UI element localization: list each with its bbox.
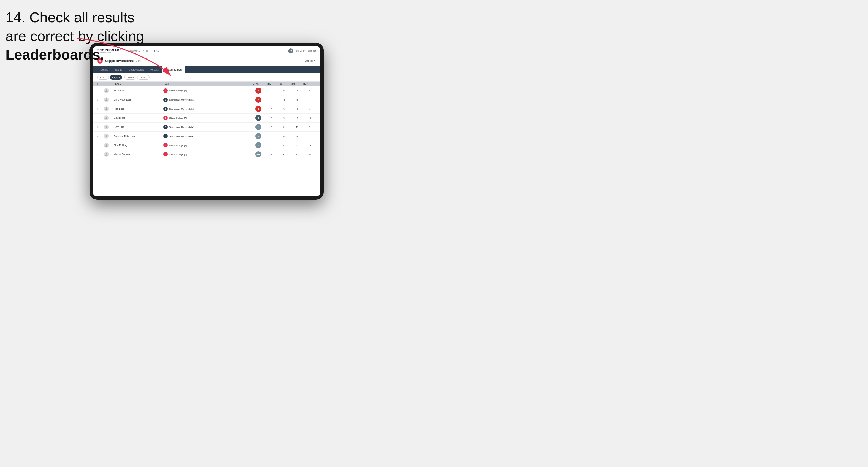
filter-bar: Teams Players Scores Strokes (93, 73, 320, 82)
team-logo: S (163, 125, 168, 129)
svg-point-2 (106, 98, 107, 100)
team-cell: S Scoreboard University [A] (163, 134, 218, 138)
player-name: Marcus Turners (114, 153, 163, 156)
rd3-cell: -4 (303, 99, 316, 101)
rd1-cell: +2 (278, 144, 290, 147)
rd1-cell: +3 (278, 90, 290, 92)
thru-cell: F (265, 99, 278, 101)
table-header: # PLAYER TEAM TOTAL THRU RD1 RD2 RD3 (93, 82, 320, 86)
tab-leaderboards[interactable]: Leaderboards (162, 66, 185, 73)
rd3-cell: E (303, 126, 316, 128)
rd2-cell: +1 (290, 144, 303, 147)
table-row: 5 Rees Britt S Scoreboard University [A]… (93, 123, 320, 132)
nav-teams[interactable]: TEAMS (152, 49, 162, 54)
player-name: Rich Butler (114, 107, 163, 110)
rank-cell: 7 (97, 144, 104, 147)
filter-strokes[interactable]: Strokes (137, 75, 150, 80)
rd1-cell: +1 (278, 126, 290, 128)
team-name: Clippd College [A] (169, 90, 187, 92)
team-logo: C (163, 143, 168, 147)
team-cell: C Clippd College [A] (163, 143, 218, 147)
team-name: Scoreboard University [A] (169, 108, 194, 110)
table-row: 6 Cameron Robertson S Scoreboard Univers… (93, 132, 320, 141)
thru-cell: F (265, 135, 278, 137)
col-team: TEAM (163, 83, 218, 85)
filter-players[interactable]: Players (110, 75, 122, 80)
team-cell: C Clippd College [A] (163, 116, 218, 120)
col-total: TOTAL (251, 83, 265, 85)
tab-bar: Details Teams Course Setup Results Leade… (93, 66, 320, 73)
player-avatar (104, 152, 109, 157)
rd3-cell: +6 (303, 144, 316, 147)
col-rd3: RD3 (303, 83, 316, 85)
total-badge: E (255, 115, 261, 121)
tab-teams[interactable]: Teams (112, 66, 126, 73)
close-icon: ✕ (314, 60, 316, 62)
col-thru: THRU (265, 83, 278, 85)
team-logo: S (163, 97, 168, 102)
rank-cell: 3 (97, 108, 104, 110)
team-name: Clippd College [A] (169, 153, 187, 156)
cancel-button[interactable]: Cancel ✕ (305, 60, 316, 62)
table-row: 3 Rich Butler S Scoreboard University [A… (93, 104, 320, 114)
team-cell: S Scoreboard University [A] (163, 125, 218, 129)
rd2-cell: +5 (290, 99, 303, 101)
player-avatar (104, 143, 109, 148)
rd2-cell: -6 (290, 90, 303, 92)
player-avatar (104, 125, 109, 129)
nav-right: TU Test User | Sign out (288, 49, 316, 54)
col-player: PLAYER (114, 83, 163, 85)
total-cell: -2 (251, 106, 265, 112)
col-rank: # (97, 83, 104, 85)
total-badge: +6 (255, 133, 261, 139)
rd3-cell: -5 (303, 90, 316, 92)
thru-cell: F (265, 144, 278, 147)
rd1-cell: +1 (278, 108, 290, 110)
player-name: Blair McHarg (114, 144, 163, 147)
rd2-cell: -2 (290, 108, 303, 110)
rd2-cell: E (290, 126, 303, 128)
rd1-cell: +2 (278, 153, 290, 156)
table-row: 7 Blair McHarg C Clippd College [A] +9 F… (93, 141, 320, 150)
rd3-cell: -1 (303, 135, 316, 137)
tab-results[interactable]: Results (147, 66, 162, 73)
annotation-text: 14. Check all results are correct by cli… (5, 8, 144, 64)
player-name: Rees Britt (114, 126, 163, 128)
total-badge: -2 (255, 106, 261, 112)
table-row: 4 David Ford C Clippd College [A] E F +1… (93, 114, 320, 123)
total-badge: +9 (255, 142, 261, 148)
team-logo: S (163, 106, 168, 111)
team-name: Clippd College [A] (169, 117, 187, 119)
table-row: 2 Chris Robertson S Scoreboard Universit… (93, 95, 320, 104)
col-rd2: RD2 (290, 83, 303, 85)
total-badge: +11 (255, 151, 261, 157)
rd1-cell: +1 (278, 117, 290, 119)
total-cell: +9 (251, 142, 265, 148)
tab-details[interactable]: Details (97, 66, 112, 73)
rd3-cell: -1 (303, 108, 316, 110)
rank-cell: 8 (97, 153, 104, 156)
total-badge: +1 (255, 124, 261, 130)
col-rd1: RD1 (278, 83, 290, 85)
total-cell: -4 (251, 97, 265, 103)
team-cell: S Scoreboard University [A] (163, 106, 218, 111)
total-cell: +1 (251, 124, 265, 130)
tab-course-setup[interactable]: Course Setup (125, 66, 147, 73)
rd2-cell: +2 (290, 135, 303, 137)
player-avatar (104, 134, 109, 138)
player-avatar (104, 88, 109, 93)
filter-teams[interactable]: Teams (97, 75, 109, 80)
sign-out[interactable]: Sign out (308, 50, 316, 52)
rd2-cell: +7 (290, 153, 303, 156)
team-cell: C Clippd College [A] (163, 152, 218, 156)
total-cell: -8 (251, 88, 265, 94)
user-name: Test User | (295, 50, 306, 52)
team-name: Scoreboard University [A] (169, 99, 194, 101)
team-cell: C Clippd College [A] (163, 88, 218, 93)
team-logo: S (163, 134, 168, 138)
player-avatar (104, 116, 109, 120)
thru-cell: F (265, 90, 278, 92)
filter-scores[interactable]: Scores (124, 75, 136, 80)
team-logo: C (163, 88, 168, 93)
player-name: Chris Robertson (114, 98, 163, 101)
